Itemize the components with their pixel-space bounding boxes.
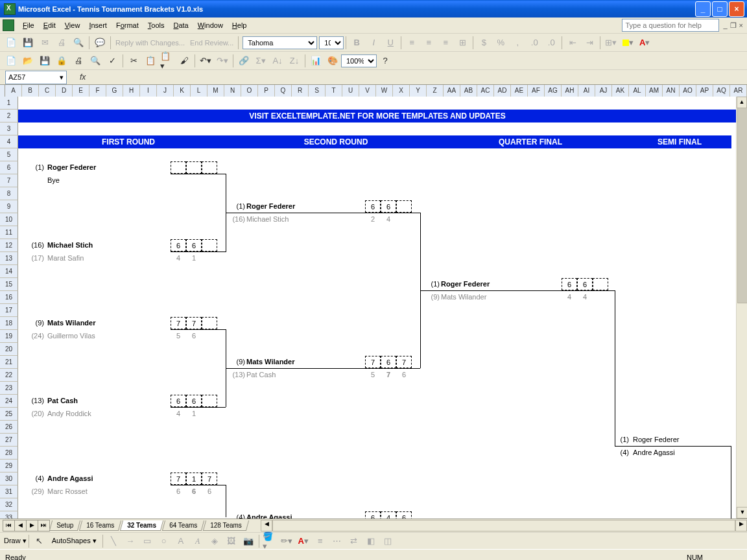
score-cell[interactable]: 6: [171, 395, 186, 407]
row-header[interactable]: 28: [0, 447, 18, 460]
fill-color-button[interactable]: ▾: [620, 35, 635, 51]
row-header[interactable]: 31: [0, 485, 18, 498]
autoshapes-menu[interactable]: AutoShapes ▾: [48, 537, 101, 545]
worksheet-grid[interactable]: ABCDEFGHIJKLMNOPQRSTUVWXYZAAABACADAEAFAG…: [0, 85, 747, 519]
row-header[interactable]: 13: [0, 252, 18, 265]
doc-restore-button[interactable]: ❐: [730, 21, 737, 30]
textbox-button[interactable]: A: [173, 533, 189, 549]
scroll-down-button[interactable]: ▼: [737, 507, 747, 519]
column-header[interactable]: R: [292, 85, 309, 97]
column-header[interactable]: H: [123, 85, 140, 97]
paste-button[interactable]: 📋▾: [160, 53, 175, 69]
tab-first-button[interactable]: ⏮: [3, 520, 15, 531]
tab-next-button[interactable]: ▶: [26, 520, 38, 531]
menu-help[interactable]: Help: [228, 19, 252, 31]
menu-format[interactable]: Format: [112, 19, 143, 31]
score-cell[interactable]: 6: [186, 395, 202, 407]
vertical-scrollbar[interactable]: ▲ ▼: [736, 97, 747, 519]
undo-button[interactable]: ↶▾: [198, 53, 213, 69]
row-header[interactable]: 20: [0, 343, 18, 356]
score-cell[interactable]: [396, 200, 412, 213]
rectangle-button[interactable]: ▭: [139, 533, 155, 549]
tab-64-teams[interactable]: 64 Teams: [162, 520, 204, 531]
column-header[interactable]: AQ: [713, 85, 730, 97]
tab-16-teams[interactable]: 16 Teams: [79, 520, 121, 531]
line-color-button[interactable]: ✏▾: [279, 533, 294, 549]
diagram-button[interactable]: ◈: [207, 533, 222, 549]
name-box[interactable]: AZ57▾: [5, 71, 67, 84]
row-header[interactable]: 22: [0, 369, 18, 382]
menu-view[interactable]: View: [60, 19, 85, 31]
increase-decimal-button[interactable]: .0: [527, 35, 542, 51]
autosum-button[interactable]: Σ▾: [253, 53, 268, 69]
scroll-up-button[interactable]: ▲: [737, 97, 747, 108]
menu-file[interactable]: File: [18, 19, 39, 31]
score-cell[interactable]: 4: [381, 511, 396, 519]
tab-last-button[interactable]: ⏭: [38, 520, 50, 531]
print-preview-button[interactable]: 🔍: [88, 53, 103, 69]
italic-button[interactable]: I: [366, 35, 381, 51]
score-cell[interactable]: 7: [365, 356, 381, 368]
column-header[interactable]: AH: [562, 85, 578, 97]
menu-tools[interactable]: Tools: [143, 19, 169, 31]
row-header[interactable]: 25: [0, 408, 18, 421]
column-header[interactable]: AA: [444, 85, 460, 97]
row-header[interactable]: 21: [0, 356, 18, 369]
score-cell[interactable]: 7: [186, 317, 202, 329]
column-header[interactable]: E: [73, 85, 89, 97]
open-button[interactable]: 📂: [20, 53, 36, 69]
merge-button[interactable]: ⊞: [455, 35, 470, 51]
row-header[interactable]: 18: [0, 317, 18, 330]
currency-button[interactable]: $: [476, 35, 492, 51]
column-header[interactable]: S: [309, 85, 326, 97]
column-header[interactable]: V: [359, 85, 376, 97]
mail-button[interactable]: ✉: [37, 35, 53, 51]
sort-asc-button[interactable]: A↓: [270, 53, 285, 69]
column-header[interactable]: O: [241, 85, 258, 97]
tab-128-teams[interactable]: 128 Teams: [203, 520, 249, 531]
font-select[interactable]: Tahoma: [243, 36, 317, 49]
row-header[interactable]: 12: [0, 239, 18, 252]
arrow-style-button[interactable]: ⇄: [346, 533, 362, 549]
cut-button[interactable]: ✂: [126, 53, 141, 69]
line-button[interactable]: ╲: [106, 533, 121, 549]
preview-button[interactable]: 🔍: [71, 35, 86, 51]
score-cell[interactable]: 6: [171, 239, 186, 251]
decrease-indent-button[interactable]: ⇤: [565, 35, 580, 51]
score-cell[interactable]: 6: [365, 200, 381, 213]
fill-color-button-2[interactable]: 🪣▾: [262, 533, 278, 549]
column-header[interactable]: J: [157, 85, 174, 97]
column-header[interactable]: M: [208, 85, 224, 97]
column-header[interactable]: AD: [494, 85, 511, 97]
score-cell[interactable]: 6: [577, 278, 593, 290]
column-header[interactable]: AR: [730, 85, 747, 97]
menu-insert[interactable]: Insert: [84, 19, 112, 31]
hscroll-track[interactable]: [272, 520, 735, 531]
score-cell[interactable]: [202, 317, 217, 329]
font-color-button-2[interactable]: A▾: [296, 533, 311, 549]
column-header[interactable]: A: [5, 85, 22, 97]
doc-close-button[interactable]: ×: [739, 21, 743, 30]
bold-button[interactable]: B: [349, 35, 364, 51]
score-cell[interactable]: [593, 278, 608, 290]
save-button-2[interactable]: 💾: [37, 53, 53, 69]
insert-comment-button[interactable]: 💬: [92, 35, 108, 51]
row-header[interactable]: 16: [0, 291, 18, 304]
column-header[interactable]: AM: [646, 85, 663, 97]
row-header[interactable]: 10: [0, 213, 18, 226]
comma-button[interactable]: ,: [510, 35, 525, 51]
column-header[interactable]: AC: [477, 85, 494, 97]
row-header[interactable]: 17: [0, 304, 18, 317]
row-header[interactable]: 3: [0, 122, 18, 135]
doc-minimize-button[interactable]: _: [723, 21, 727, 30]
format-painter-button[interactable]: 🖌: [176, 53, 192, 69]
scroll-thumb[interactable]: [737, 108, 747, 303]
column-header[interactable]: Z: [427, 85, 444, 97]
score-cell[interactable]: 1: [186, 472, 202, 485]
tab-32-teams[interactable]: 32 Teams: [120, 520, 163, 531]
score-cell[interactable]: [171, 161, 186, 174]
row-header[interactable]: 29: [0, 460, 18, 472]
row-header[interactable]: 33: [0, 511, 18, 519]
row-header[interactable]: 7: [0, 174, 18, 187]
tab-setup[interactable]: Setup: [49, 520, 80, 531]
